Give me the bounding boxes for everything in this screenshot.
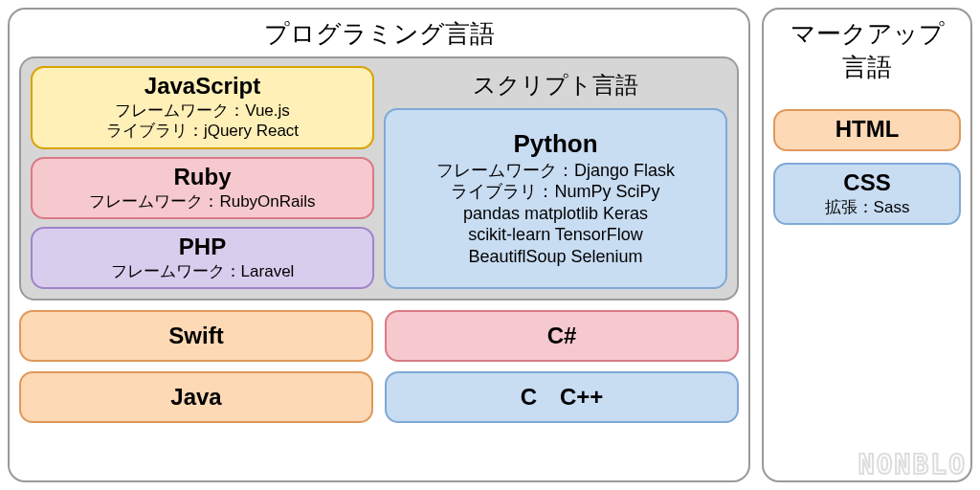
programming-rows: SwiftC#JavaC C++ <box>19 310 739 433</box>
lang-name: Java <box>27 383 366 412</box>
lang-name: Swift <box>27 322 366 350</box>
script-language-group: JavaScriptフレームワーク：Vue.jsライブラリ：jQuery Rea… <box>19 56 739 301</box>
lang-detail: フレームワーク：Laravel <box>38 261 367 281</box>
markup-panel: マークアップ 言語 HTMLCSS拡張：Sass <box>762 8 972 482</box>
lang-name: HTML <box>781 115 953 144</box>
lang-name: JavaScript <box>38 72 367 100</box>
lang-card-css: CSS拡張：Sass <box>773 163 961 225</box>
programming-row: SwiftC# <box>19 310 739 362</box>
lang-card-c-cpp: C C++ <box>385 371 739 423</box>
programming-panel: プログラミング言語 JavaScriptフレームワーク：Vue.jsライブラリ：… <box>8 8 750 482</box>
lang-detail: 拡張：Sass <box>781 197 953 217</box>
lang-detail: フレームワーク：RubyOnRails <box>38 191 367 212</box>
lang-card-javascript: JavaScriptフレームワーク：Vue.jsライブラリ：jQuery Rea… <box>31 66 374 149</box>
lang-card-php: PHPフレームワーク：Laravel <box>31 227 374 289</box>
markup-title: マークアップ 言語 <box>773 17 961 84</box>
script-left-column: JavaScriptフレームワーク：Vue.jsライブラリ：jQuery Rea… <box>31 66 374 289</box>
lang-name: C C++ <box>392 383 731 412</box>
lang-name: PHP <box>38 233 367 261</box>
lang-name: Python <box>391 128 720 160</box>
lang-card-swift: Swift <box>19 310 373 362</box>
lang-detail: フレームワーク：Django Flaskライブラリ：NumPy SciPypan… <box>391 160 720 268</box>
script-right-column: スクリプト言語 Python フレームワーク：Django Flaskライブラリ… <box>384 66 727 289</box>
lang-card-html: HTML <box>773 109 961 151</box>
lang-card-python: Python フレームワーク：Django Flaskライブラリ：NumPy S… <box>384 108 727 289</box>
lang-card-ruby: Rubyフレームワーク：RubyOnRails <box>31 157 374 219</box>
lang-name: Ruby <box>38 163 367 191</box>
programming-row: JavaC C++ <box>19 371 739 423</box>
lang-name: CSS <box>781 168 953 197</box>
lang-detail: フレームワーク：Vue.jsライブラリ：jQuery React <box>38 100 367 142</box>
script-group-title: スクリプト言語 <box>384 70 727 100</box>
lang-card-java: Java <box>19 371 373 423</box>
lang-name: C# <box>392 322 731 350</box>
programming-title: プログラミング言語 <box>19 17 739 51</box>
markup-cards: HTMLCSS拡張：Sass <box>773 109 961 225</box>
lang-card-csharp: C# <box>385 310 739 362</box>
